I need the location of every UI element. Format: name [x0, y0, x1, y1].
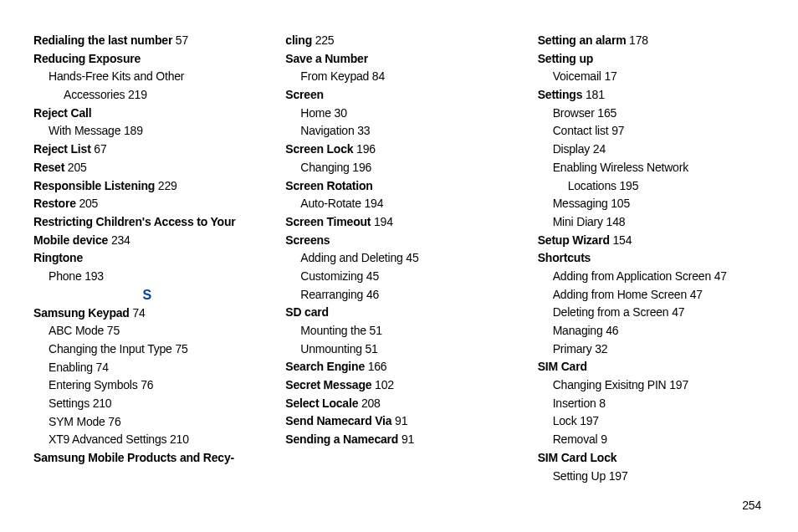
index-subentry: Changing	[300, 161, 349, 174]
index-heading: Select Locale	[285, 396, 358, 410]
index-entry: Lock 197	[538, 412, 765, 431]
index-page-ref: 45	[363, 269, 379, 283]
index-entry: Secret Message 102	[285, 376, 512, 395]
index-subentry: Mounting the	[300, 324, 366, 337]
index-page-ref: 47	[687, 288, 703, 301]
index-heading: SIM Card	[538, 360, 587, 373]
index-entry: Screens	[285, 232, 512, 250]
index-entry: Screen Timeout 194	[285, 213, 512, 232]
index-entry: Setup Wizard 154	[538, 232, 765, 250]
index-page-ref: 45	[403, 251, 419, 264]
index-page-ref: 178	[626, 33, 647, 47]
index-page-ref: 46	[603, 324, 619, 337]
index-subentry: Adding from Application Screen	[553, 269, 711, 283]
index-page-ref: 76	[138, 378, 154, 391]
index-page-ref: 195	[616, 179, 638, 192]
index-subentry: Home	[300, 106, 331, 120]
index-page-ref: 181	[582, 88, 604, 101]
index-heading: SD card	[285, 305, 329, 319]
index-page-ref: 24	[590, 142, 606, 156]
index-heading: Setting up	[538, 52, 593, 65]
index-subentry: From Keypad	[300, 69, 369, 83]
index-page-ref: 189	[120, 124, 142, 137]
index-entry: Restricting Children's Access to Your	[33, 213, 260, 232]
index-subentry: Phone	[49, 269, 81, 283]
index-page-ref: 91	[391, 414, 407, 427]
index-entry: Customizing 45	[285, 268, 512, 286]
index-page-ref: 166	[365, 360, 386, 373]
index-entry: Insertion 8	[538, 395, 765, 413]
index-page-ref: 76	[105, 415, 121, 428]
index-subentry: SYM Mode	[49, 415, 105, 428]
index-entry: Save a Number	[285, 50, 512, 69]
index-column-3: Setting an alarm 178Setting upVoicemail …	[529, 32, 765, 483]
index-page-ref: 205	[64, 161, 86, 174]
index-page-ref: 51	[362, 342, 378, 356]
index-subentry: Setting Up	[553, 469, 606, 483]
index-entry: Samsung Keypad 74	[33, 304, 260, 323]
index-entry: Navigation 33	[285, 122, 512, 141]
index-page-ref: 154	[610, 233, 632, 247]
index-entry: Mounting the 51	[285, 322, 512, 340]
index-heading: Setting an alarm	[538, 33, 627, 47]
index-column-1: Redialing the last number 57Reducing Exp…	[33, 32, 277, 483]
index-subentry: Messaging	[553, 197, 608, 210]
index-entry: Adding from Home Screen 47	[538, 286, 765, 304]
index-subentry: Enabling	[49, 361, 93, 374]
index-page-ref: 225	[312, 33, 334, 47]
index-subentry: Lock	[553, 414, 577, 427]
index-heading: Mobile device	[33, 233, 108, 247]
index-page-ref: 51	[366, 324, 382, 337]
index-subentry: Managing	[553, 324, 603, 337]
index-entry: Deleting from a Screen 47	[538, 304, 765, 322]
page-number: 254	[742, 499, 761, 512]
index-page-ref: 197	[576, 414, 598, 427]
index-entry: Phone 193	[33, 268, 260, 286]
index-entry: Managing 46	[538, 322, 765, 340]
index-page-ref: 205	[76, 197, 98, 210]
index-page-ref: 47	[711, 269, 727, 283]
index-subentry: Customizing	[300, 269, 363, 283]
index-entry: From Keypad 84	[285, 68, 512, 86]
index-entry: Screen Lock 196	[285, 141, 512, 159]
index-entry: Select Locale 208	[285, 395, 512, 413]
index-page-ref: 32	[591, 342, 607, 356]
index-page-ref: 102	[371, 378, 393, 391]
index-entry: Messaging 105	[538, 195, 765, 213]
index-page-ref: 84	[369, 69, 385, 83]
index-heading: Ringtone	[33, 251, 83, 264]
section-letter: S	[33, 288, 260, 303]
index-subentry: Primary	[553, 342, 592, 356]
index-entry: Search Engine 166	[285, 358, 512, 376]
index-subentry: Hands-Free Kits and Other	[49, 69, 184, 83]
index-heading: Setup Wizard	[538, 233, 610, 247]
index-entry: Send Namecard Via 91	[285, 412, 512, 431]
index-entry: cling 225	[285, 32, 512, 50]
index-subentry: XT9 Advanced Settings	[49, 432, 166, 446]
index-heading: Sending a Namecard	[285, 432, 398, 446]
index-page-ref: 219	[125, 88, 146, 101]
index-entry: Hands-Free Kits and Other	[33, 68, 260, 86]
index-entry: Primary 32	[538, 340, 765, 359]
index-page-ref: 165	[595, 106, 616, 120]
index-entry: Enabling 74	[33, 359, 260, 377]
index-heading: SIM Card Lock	[538, 451, 617, 464]
index-subentry: Entering Symbols	[49, 378, 138, 391]
index-entry: Removal 9	[538, 431, 765, 449]
index-page-ref: 47	[668, 305, 684, 319]
index-page-ref: 148	[603, 215, 625, 228]
index-entry: With Message 189	[33, 122, 260, 141]
index-entry: Reducing Exposure	[33, 50, 260, 69]
index-entry: Accessories 219	[33, 86, 260, 105]
index-entry: XT9 Advanced Settings 210	[33, 431, 260, 449]
index-page-ref: 105	[608, 197, 630, 210]
index-subentry: ABC Mode	[49, 324, 104, 337]
index-page-ref: 194	[361, 197, 383, 210]
index-page-ref: 91	[398, 432, 414, 446]
index-heading: Shortcuts	[538, 251, 591, 264]
index-entry: SIM Card	[538, 358, 765, 376]
index-columns: Redialing the last number 57Reducing Exp…	[33, 32, 765, 483]
index-heading: Restricting Children's Access to Your	[33, 215, 236, 228]
index-page-ref: 97	[609, 124, 625, 137]
index-entry: Samsung Mobile Products and Recy-	[33, 449, 260, 468]
